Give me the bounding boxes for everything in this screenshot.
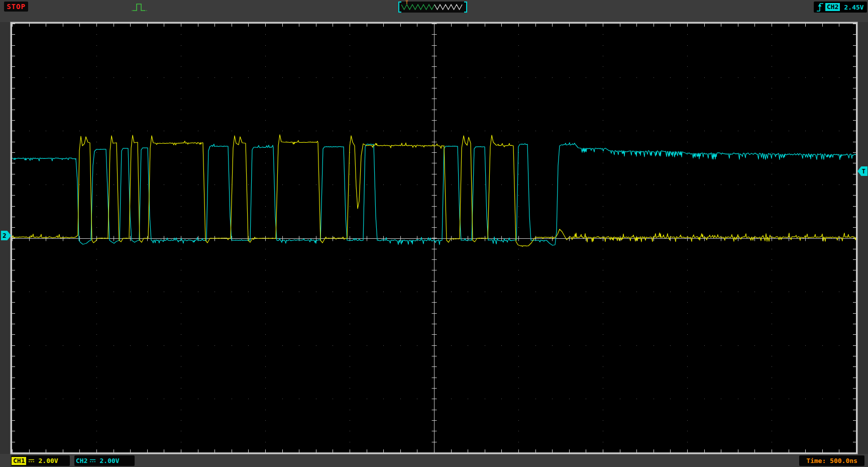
pulse-trigger-mode-icon [131,1,149,14]
dc-coupling-icon-ch2 [89,457,96,464]
ch2-readout-panel: CH2 2.00V [74,455,135,466]
dc-coupling-icon-ch1 [28,457,35,464]
trigger-level-marker-label: T [862,168,865,175]
rising-edge-icon [816,2,824,12]
trigger-source-badge: CH2 [825,3,840,11]
ch1-scale-readout: 2.00V [38,457,58,464]
timebase-readout-panel: Time: 500.0ns [799,455,864,466]
preview-right-bracket [464,2,467,13]
acquisition-status-label: STOP [7,3,26,11]
scope-display-frame [11,22,857,454]
ch1-label-badge: CH1 [12,457,26,465]
preview-trigger-position-marker[interactable]: T [405,1,408,5]
trigger-readout-panel: CH2 2.45V [814,2,867,13]
ch1-readout-panel: CH1 2.00V [11,455,70,466]
acquisition-status-badge: STOP [4,2,28,12]
trigger-level-readout: 2.45V [844,4,863,11]
ch2-label: CH2 [76,457,87,464]
oscilloscope-screen: { "colors":{ "ch1":"#e6e600","ch2":"#00d… [0,0,868,467]
ch2-ground-marker-label: 2 [3,232,7,239]
timebase-readout: Time: 500.0ns [806,457,857,464]
ch2-scale-readout: 2.00V [99,457,119,464]
acquisition-preview: T [398,2,467,13]
right-margin [857,22,868,454]
waveform-display [12,24,856,452]
preview-waveform-icon [401,3,464,12]
